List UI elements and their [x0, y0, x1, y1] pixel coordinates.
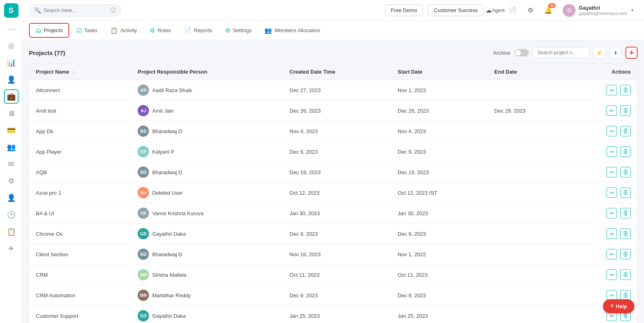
- edit-button[interactable]: ✏: [607, 146, 617, 157]
- filter-button[interactable]: ⚡: [593, 47, 605, 59]
- archive-button[interactable]: 🗄: [620, 249, 631, 259]
- add-project-button[interactable]: +: [625, 47, 638, 59]
- cell-end: [488, 162, 569, 183]
- archive-button[interactable]: 🗄: [620, 187, 631, 198]
- help-button[interactable]: ? Help: [603, 299, 634, 313]
- tab-members[interactable]: 👥 Members Allocation: [259, 24, 326, 37]
- archive-button[interactable]: 🗄: [620, 167, 631, 177]
- tab-reports[interactable]: 📄 Reports: [178, 24, 218, 37]
- person-name: Bharadwaj D: [152, 169, 182, 175]
- archive-button[interactable]: 🗄: [620, 208, 631, 218]
- person-avatar: GD: [138, 310, 149, 321]
- cell-start: Dec 9, 2023: [391, 224, 488, 244]
- sidebar-item-chart[interactable]: 📊: [4, 56, 19, 70]
- sidebar-item-group[interactable]: 👥: [4, 140, 19, 154]
- tab-projects-label: Projects: [44, 27, 63, 33]
- cell-end: [488, 121, 569, 142]
- edit-button[interactable]: ✏: [607, 228, 617, 239]
- document-icon[interactable]: 📄: [506, 4, 519, 17]
- sidebar-item-clock[interactable]: 🕐: [4, 208, 19, 222]
- table-row: CRM SM Sirisha Mallela Oct 11, 2023 Oct …: [29, 265, 637, 285]
- edit-button[interactable]: ✏: [607, 167, 617, 177]
- sidebar-item-user2[interactable]: 👤: [4, 191, 19, 205]
- tab-roles[interactable]: ⚙ Roles: [144, 24, 176, 37]
- cell-actions: ✏ 🗄: [569, 265, 637, 285]
- cell-start: Jan 25, 2023: [391, 306, 488, 323]
- person-avatar: BD: [138, 125, 149, 137]
- agent-button[interactable]: ☁ Agent: [489, 4, 502, 17]
- cell-actions: ✏ 🗄: [569, 142, 637, 162]
- cell-project-name: App Db: [29, 121, 131, 142]
- cell-responsible: BD Bharadwaj D: [131, 162, 283, 183]
- cell-created: Jan 30, 2023: [283, 203, 391, 224]
- info-icon[interactable]: ⓘ: [110, 7, 116, 14]
- sidebar-item-gear[interactable]: ⚙: [4, 174, 19, 188]
- edit-button[interactable]: ✏: [607, 249, 617, 259]
- download-button[interactable]: ⬇: [609, 47, 621, 59]
- person-avatar: SM: [138, 269, 149, 280]
- sidebar-item-send[interactable]: ✈: [4, 241, 19, 256]
- edit-button[interactable]: ✏: [607, 270, 617, 280]
- sidebar-item-card[interactable]: 💳: [4, 123, 19, 138]
- sidebar-item-expand[interactable]: ⋯: [4, 22, 19, 36]
- projects-controls: Archive ⚡ ⬇ +: [493, 47, 638, 59]
- archive-toggle[interactable]: [514, 49, 529, 56]
- archive-button[interactable]: 🗄: [620, 228, 631, 239]
- tab-tasks[interactable]: ☑ Tasks: [71, 24, 103, 37]
- cell-end: [488, 80, 569, 101]
- sidebar-item-monitor[interactable]: 🖥: [4, 106, 19, 121]
- person-name: Gayathri Daka: [152, 313, 186, 319]
- sidebar-item-briefcase[interactable]: 💼: [4, 89, 19, 104]
- cell-created: Nov 4, 2023: [283, 121, 391, 142]
- cell-start: Oct 11, 2023: [391, 265, 488, 285]
- edit-button[interactable]: ✏: [607, 85, 617, 95]
- cell-created: Dec 27, 2023: [283, 80, 391, 101]
- cell-responsible: GD Gayathri Daka: [131, 306, 283, 323]
- cell-project-name: App Player: [29, 142, 131, 162]
- avatar: G: [563, 4, 576, 17]
- user-name: Gayathri: [579, 5, 627, 11]
- archive-button[interactable]: 🗄: [620, 85, 631, 95]
- tab-projects[interactable]: 🗂 Projects: [29, 23, 69, 38]
- user-menu[interactable]: G Gayathri gayathri@snovosys.com ▼: [559, 2, 638, 19]
- tab-activity[interactable]: 📋 Activity: [105, 24, 142, 37]
- customer-success-button[interactable]: Customer Success: [428, 4, 484, 16]
- cell-actions: ✏ 🗄: [569, 244, 637, 265]
- sidebar-item-doc[interactable]: 📋: [4, 224, 19, 239]
- chevron-down-icon: ▼: [630, 8, 634, 12]
- cell-start: Dec 9, 2023: [391, 142, 488, 162]
- cell-end: [488, 306, 569, 323]
- settings-icon[interactable]: ⚙: [524, 4, 537, 17]
- edit-button[interactable]: ✏: [607, 187, 617, 198]
- cell-project-name: Amit test: [29, 101, 131, 121]
- top-bar: 🔍 ⓘ Free Demo Customer Success ☁ Agent 📄…: [23, 0, 644, 21]
- sidebar-item-eye[interactable]: ◎: [4, 39, 19, 53]
- edit-button[interactable]: ✏: [607, 126, 617, 136]
- cell-responsible: AR Aadil Raza Shaik: [131, 80, 283, 101]
- table-row: CRM Automation MR Mahidhar Reddy Dec 9, …: [29, 285, 637, 306]
- person-avatar: AJ: [138, 105, 149, 116]
- edit-button[interactable]: ✏: [607, 105, 617, 116]
- cell-responsible: GD Gayathri Daka: [131, 224, 283, 244]
- search-project-input[interactable]: [533, 47, 589, 58]
- projects-header: Projects (77) Archive ⚡ ⬇ +: [29, 47, 638, 59]
- edit-button[interactable]: ✏: [607, 208, 617, 218]
- archive-button[interactable]: 🗄: [620, 146, 631, 157]
- projects-table: Project Name ↑ Project Responsible Perso…: [29, 64, 638, 323]
- search-input[interactable]: [43, 7, 108, 13]
- notifications-button[interactable]: 🔔 31: [542, 4, 555, 17]
- sort-arrow-icon: ↑: [72, 70, 74, 74]
- cell-start: Dec 26, 2023: [391, 101, 488, 121]
- cell-end: [488, 224, 569, 244]
- archive-button[interactable]: 🗄: [620, 270, 631, 280]
- person-avatar: MR: [138, 290, 149, 301]
- free-demo-button[interactable]: Free Demo: [385, 4, 423, 16]
- archive-button[interactable]: 🗄: [620, 105, 631, 116]
- sidebar-item-person[interactable]: 👤: [4, 72, 19, 87]
- cell-responsible: DU Deleted User: [131, 183, 283, 203]
- tab-settings[interactable]: ⚙ Settings: [219, 24, 257, 37]
- cell-created: Dec 9, 2023: [283, 285, 391, 306]
- app-logo: S: [4, 3, 19, 18]
- archive-button[interactable]: 🗄: [620, 126, 631, 136]
- sidebar-item-mail[interactable]: ✉: [4, 157, 19, 171]
